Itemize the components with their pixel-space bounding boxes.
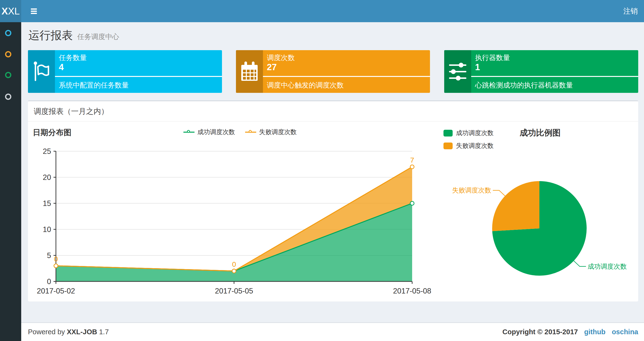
stat-box-jobs: 任务数量 4 系统中配置的任务数量 <box>28 50 222 93</box>
svg-text:成功调度次数: 成功调度次数 <box>588 263 627 270</box>
swatch-icon <box>444 143 453 149</box>
divider <box>55 76 222 77</box>
xxl-job-dashboard: XXL 注销 运行报表 任务调度中心 任务数量 4 系统中配置的任务数量 <box>0 0 644 341</box>
stat-value: 4 <box>59 62 64 72</box>
sidebar-item-1-circle-icon[interactable] <box>5 30 11 36</box>
svg-text:7: 7 <box>410 156 414 164</box>
panel-title: 调度报表（一月之内） <box>28 101 638 122</box>
footer: Powered by XXL-JOB 1.7 Copyright © 2015-… <box>21 322 644 341</box>
navbar-main: 注销 <box>21 0 644 22</box>
pie-chart-legend: 成功调度次数 失败调度次数 <box>444 129 494 154</box>
legend-item-fail[interactable]: 失败调度次数 <box>245 128 297 136</box>
swatch-icon <box>444 130 453 137</box>
svg-text:2017-05-02: 2017-05-02 <box>37 287 75 295</box>
calendar-icon <box>236 50 263 93</box>
date-distribution-area-chart[interactable]: 05101520252017-05-022017-05-052017-05-08… <box>28 136 452 302</box>
page-header: 运行报表 任务调度中心 <box>28 28 119 43</box>
svg-text:0: 0 <box>54 255 58 263</box>
svg-text:失败调度次数: 失败调度次数 <box>452 187 491 194</box>
github-link[interactable]: github <box>584 328 606 336</box>
legend-item-success[interactable]: 成功调度次数 <box>444 129 494 137</box>
product-name: XXL-JOB <box>67 328 97 336</box>
success-ratio-pie-chart[interactable]: 成功调度次数失败调度次数 <box>441 169 636 292</box>
line-series-marker-icon <box>245 132 256 133</box>
stat-desc: 调度中心触发的调度次数 <box>267 81 344 90</box>
stat-box-triggers: 调度次数 27 调度中心触发的调度次数 <box>236 50 430 93</box>
logo-text-bold: X <box>2 6 8 17</box>
stat-label: 调度次数 <box>267 53 295 63</box>
page-subtitle: 任务调度中心 <box>77 33 119 41</box>
svg-text:5: 5 <box>47 251 51 260</box>
sidebar-item-2-circle-icon[interactable] <box>5 51 11 57</box>
svg-text:0: 0 <box>47 277 51 286</box>
stat-value: 1 <box>475 62 480 72</box>
logo-text: XL <box>8 6 20 17</box>
divider <box>263 76 430 77</box>
sidebar <box>0 22 21 341</box>
stat-desc: 系统中配置的任务数量 <box>59 81 129 90</box>
svg-text:20: 20 <box>43 173 51 182</box>
sliders-icon <box>444 50 471 93</box>
sidebar-item-4-circle-icon[interactable] <box>5 94 11 100</box>
legend-item-success[interactable]: 成功调度次数 <box>184 128 235 136</box>
svg-text:15: 15 <box>43 199 51 208</box>
stat-value: 27 <box>267 62 277 72</box>
stat-box-executors: 执行器数量 1 心跳检测成功的执行器机器数量 <box>444 50 638 93</box>
stat-desc: 心跳检测成功的执行器机器数量 <box>475 81 573 90</box>
flag-icon <box>28 50 55 93</box>
legend-item-fail[interactable]: 失败调度次数 <box>444 142 494 150</box>
oschina-link[interactable]: oschina <box>612 328 638 336</box>
svg-text:0: 0 <box>232 260 236 268</box>
svg-text:25: 25 <box>43 147 51 156</box>
sidebar-item-3-circle-icon[interactable] <box>5 72 11 78</box>
page-title: 运行报表 <box>28 29 73 42</box>
logout-link[interactable]: 注销 <box>623 6 638 16</box>
app-logo[interactable]: XXL <box>0 0 21 22</box>
report-panel: 调度报表（一月之内） 日期分布图 成功调度次数 失败调度次数 051015202… <box>28 100 638 301</box>
line-series-marker-icon <box>184 132 194 133</box>
copyright: Copyright © 2015-2017 github oschina <box>502 328 638 336</box>
pie-chart-title: 成功比例图 <box>510 127 570 138</box>
stat-label: 任务数量 <box>59 53 87 63</box>
top-navbar: XXL 注销 <box>0 0 644 22</box>
powered-by: Powered by XXL-JOB 1.7 <box>28 328 109 336</box>
svg-text:10: 10 <box>43 225 51 234</box>
divider <box>471 76 638 77</box>
line-chart-legend: 成功调度次数 失败调度次数 <box>28 128 452 136</box>
svg-text:2017-05-08: 2017-05-08 <box>393 287 432 295</box>
svg-text:2017-05-05: 2017-05-05 <box>215 287 253 295</box>
stat-label: 执行器数量 <box>475 53 510 63</box>
sidebar-toggle-icon[interactable] <box>28 5 39 17</box>
